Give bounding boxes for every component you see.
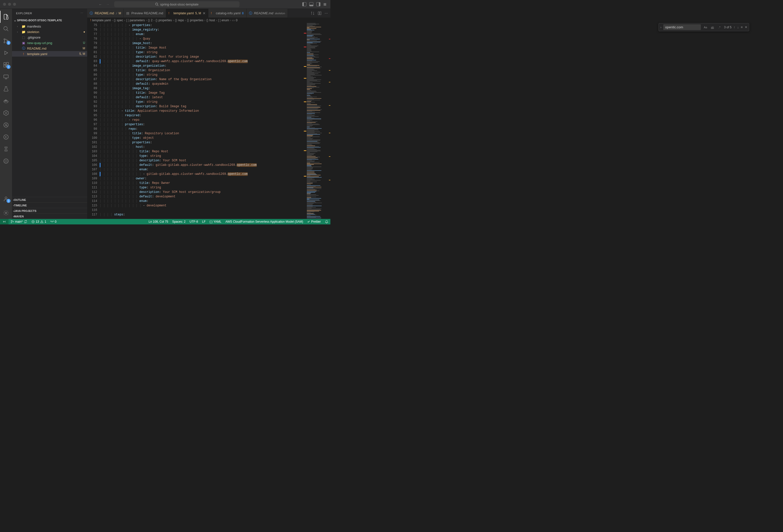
accounts-icon[interactable]: 1 bbox=[0, 193, 12, 205]
file-README.md[interactable]: ⓘREADME.mdM bbox=[12, 45, 87, 51]
explorer-more-icon[interactable]: ⋯ bbox=[81, 11, 84, 15]
project-name: spring-boot-stssc-template bbox=[160, 2, 198, 6]
breadcrumb-segment[interactable]: repo bbox=[178, 19, 184, 22]
sync-icon bbox=[24, 220, 27, 223]
folder-icon: 📁 bbox=[22, 25, 26, 28]
preview-icon: ▤ bbox=[126, 11, 130, 15]
language-mode[interactable]: { } YAML bbox=[208, 220, 223, 223]
customize-layout-icon[interactable]: ▦ bbox=[323, 2, 327, 6]
extensions-badge: 1 bbox=[6, 65, 10, 69]
eol[interactable]: LF bbox=[200, 220, 208, 223]
check-icon bbox=[307, 220, 310, 223]
run-debug-icon[interactable] bbox=[0, 47, 12, 59]
breadcrumb-segment[interactable]: enum bbox=[221, 19, 229, 22]
svg-point-27 bbox=[11, 222, 12, 223]
section-outline[interactable]: ›OUTLINE bbox=[12, 197, 87, 202]
remote-explorer-icon[interactable] bbox=[0, 71, 12, 83]
section-maven[interactable]: ›MAVEN bbox=[12, 213, 87, 219]
source-control-icon[interactable]: 3 bbox=[0, 35, 12, 47]
folder-skeleton[interactable]: ›📁skeleton● bbox=[12, 29, 87, 35]
breadcrumb-segment[interactable]: properties bbox=[190, 19, 203, 22]
explorer-view-icon[interactable] bbox=[0, 11, 12, 23]
minimap[interactable] bbox=[306, 23, 331, 219]
tab-preview-readme-md[interactable]: ▤Preview README.md bbox=[124, 9, 166, 18]
section-timeline[interactable]: ›TIMELINE bbox=[12, 202, 87, 208]
k-ext-icon[interactable]: K bbox=[0, 131, 12, 143]
tab-close-icon[interactable]: ✕ bbox=[202, 11, 206, 15]
breadcrumb-segment[interactable]: properties bbox=[159, 19, 172, 22]
status-bar: main* 13 1 0 Ln 108, Col 75 Spaces: 2 UT… bbox=[0, 219, 331, 224]
braces-icon: { } bbox=[210, 220, 212, 223]
formatter[interactable]: Prettier bbox=[305, 220, 323, 223]
window-controls[interactable] bbox=[3, 3, 16, 6]
file-tree: ›📁manifests›📁skeleton●⬚.gitignore▣new-qu… bbox=[12, 23, 87, 57]
info-icon: ⓘ bbox=[22, 46, 26, 51]
editor-content[interactable]: 7576777879808182838485868788899091929394… bbox=[87, 23, 331, 219]
svg-rect-8 bbox=[4, 65, 6, 67]
breadcrumb[interactable]: ! template.yaml›{} spec›[ ] parameters›{… bbox=[87, 18, 331, 23]
svg-point-2 bbox=[4, 27, 7, 30]
search-view-icon[interactable] bbox=[0, 23, 12, 35]
extensions-icon[interactable]: 1 bbox=[0, 59, 12, 71]
breadcrumb-segment[interactable]: host bbox=[210, 19, 215, 22]
cursor-position[interactable]: Ln 108, Col 75 bbox=[147, 220, 170, 223]
svg-rect-10 bbox=[6, 62, 8, 64]
svg-rect-7 bbox=[4, 63, 6, 65]
toggle-panel-icon[interactable] bbox=[309, 2, 313, 6]
file-template.yaml[interactable]: !template.yaml5, M bbox=[12, 51, 87, 57]
timer-icon[interactable] bbox=[0, 143, 12, 155]
svg-text:K: K bbox=[5, 135, 7, 138]
split-icon[interactable] bbox=[318, 11, 322, 15]
breadcrumb-segment[interactable]: 2 bbox=[151, 19, 153, 22]
encoding[interactable]: UTF-8 bbox=[188, 220, 200, 223]
schema[interactable]: AWS CloudFormation Serverless Applicatio… bbox=[223, 220, 305, 223]
breadcrumb-segment[interactable]: spec bbox=[117, 19, 123, 22]
zoom-window[interactable] bbox=[13, 3, 16, 6]
chevron-right-icon: › bbox=[17, 31, 20, 33]
overview-ruler[interactable] bbox=[303, 23, 306, 219]
file-.gitignore[interactable]: ⬚.gitignore bbox=[12, 35, 87, 40]
tab-template-yaml[interactable]: !template.yaml5, M✕ bbox=[166, 9, 209, 18]
svg-point-17 bbox=[5, 112, 7, 114]
compare-icon[interactable] bbox=[311, 11, 315, 15]
breadcrumb-segment[interactable]: 0 bbox=[236, 19, 238, 22]
remote-indicator[interactable] bbox=[0, 219, 8, 224]
nav-back-icon[interactable]: ← bbox=[99, 2, 102, 6]
kubernetes-icon[interactable] bbox=[0, 107, 12, 119]
svg-marker-16 bbox=[4, 111, 8, 116]
minimize-window[interactable] bbox=[8, 3, 11, 6]
tab-readme-md[interactable]: ⓘREADME.mdskeleton bbox=[247, 9, 288, 18]
editor-tabs: ⓘREADME.md./M▤Preview README.md!template… bbox=[87, 9, 331, 18]
folder-manifests[interactable]: ›📁manifests bbox=[12, 24, 87, 29]
tab-catalog-info-yaml[interactable]: !catalog-info.yaml8 bbox=[209, 9, 247, 18]
notifications-icon[interactable] bbox=[323, 220, 331, 223]
indentation[interactable]: Spaces: 2 bbox=[170, 220, 187, 223]
scm-badge: 3 bbox=[6, 41, 10, 45]
collapsed-sections: ›OUTLINE›TIMELINE›JAVA PROJECTS›MAVEN bbox=[12, 197, 87, 219]
section-java-projects[interactable]: ›JAVA PROJECTS bbox=[12, 208, 87, 213]
docker-icon[interactable] bbox=[0, 95, 12, 107]
code-area[interactable]: │ │ │ │ │ │ │ │ - properties:│ │ │ │ │ │… bbox=[100, 23, 306, 219]
git-branch[interactable]: main* bbox=[8, 219, 29, 224]
breadcrumb-segment[interactable]: parameters bbox=[129, 19, 145, 22]
ports[interactable]: 0 bbox=[48, 219, 59, 224]
testing-icon[interactable] bbox=[0, 83, 12, 95]
more-actions-icon[interactable]: ⋯ bbox=[325, 11, 328, 15]
tab-readme-md[interactable]: ⓘREADME.md./M bbox=[87, 9, 124, 18]
toggle-primary-sidebar-icon[interactable] bbox=[302, 2, 306, 6]
sync-icon[interactable] bbox=[0, 155, 12, 167]
chevron-down-icon: ⌄ bbox=[13, 19, 17, 22]
command-center[interactable]: spring-boot-stssc-template bbox=[114, 1, 240, 7]
search-icon bbox=[155, 2, 159, 6]
file-new-quay-url.png[interactable]: ▣new-quay-url.pngU bbox=[12, 40, 87, 45]
toggle-secondary-sidebar-icon[interactable] bbox=[316, 2, 320, 6]
svg-point-21 bbox=[4, 159, 8, 163]
explorer-sidebar: EXPLORER ⋯ ⌄ SPRING-BOOT-STSSC-TEMPLATE … bbox=[12, 9, 87, 219]
ansible-icon[interactable] bbox=[0, 119, 12, 131]
close-window[interactable] bbox=[3, 3, 6, 6]
folder-root[interactable]: ⌄ SPRING-BOOT-STSSC-TEMPLATE bbox=[12, 18, 87, 23]
breadcrumb-segment[interactable]: template.yaml bbox=[92, 19, 111, 22]
nav-forward-icon[interactable]: → bbox=[106, 2, 109, 6]
settings-gear-icon[interactable] bbox=[0, 207, 12, 219]
problems[interactable]: 13 1 bbox=[29, 219, 48, 224]
